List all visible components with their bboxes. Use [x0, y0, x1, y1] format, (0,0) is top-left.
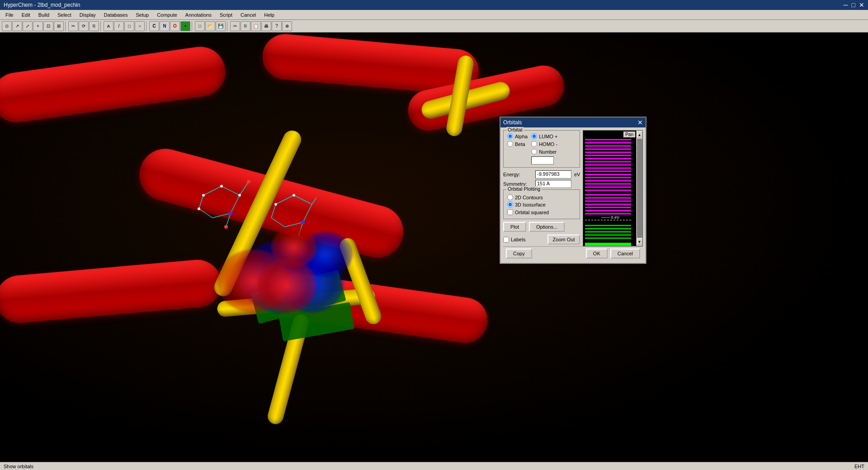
menu-setup[interactable]: Setup — [132, 11, 152, 19]
toolbar-btn-text-a[interactable]: A — [104, 21, 113, 31]
ok-cancel-group: OK Cancel — [586, 249, 640, 258]
maximize-button[interactable]: □ — [852, 1, 855, 9]
svg-point-138 — [301, 221, 305, 224]
toolbar-btn-help[interactable]: ? — [272, 21, 282, 31]
statusbar: Show orbitals EHT — [0, 462, 868, 470]
scroll-up-button[interactable]: ▲ — [637, 132, 642, 138]
toolbar-btn-c[interactable]: C — [149, 21, 159, 31]
menu-script[interactable]: Script — [216, 11, 236, 19]
energy-unit: eV — [574, 172, 580, 177]
orbital-content: Alpha Beta LUMO + — [507, 133, 576, 164]
orbital-type-group: LUMO + HOMO - Number 0 — [531, 133, 557, 164]
orbital-section: Orbital Alpha Beta — [503, 130, 580, 168]
scroll-thumb[interactable] — [637, 139, 642, 238]
menu-compute[interactable]: Compute — [153, 11, 181, 19]
toolbar-btn-3[interactable]: ⤢ — [23, 21, 33, 31]
beta-radio[interactable] — [507, 141, 513, 147]
toolbar-btn-6[interactable]: ⊞ — [54, 21, 64, 31]
svg-point-125 — [224, 225, 228, 229]
beta-label: Beta — [515, 141, 525, 147]
labels-zoomout-row: Labels Zoom Out — [503, 235, 580, 244]
svg-line-132 — [285, 222, 303, 227]
svg-point-124 — [247, 180, 250, 183]
toolbar-btn-open[interactable]: 📂 — [205, 21, 215, 31]
toolbar-btn-7[interactable]: ✂ — [68, 21, 78, 31]
plot-button[interactable]: Plot — [503, 222, 526, 232]
svg-point-122 — [238, 194, 241, 197]
svg-line-128 — [294, 195, 312, 204]
toolbar-btn-rect[interactable]: □ — [124, 21, 134, 31]
dialog-main-area: Orbital Alpha Beta — [503, 130, 643, 246]
ok-button[interactable]: OK — [586, 249, 608, 258]
toolbar-btn-2[interactable]: ↗ — [12, 21, 22, 31]
isosurface-radio[interactable] — [507, 202, 513, 207]
svg-line-130 — [271, 204, 276, 218]
toolbar-btn-extra[interactable]: ⊕ — [282, 21, 292, 31]
menu-databases[interactable]: Databases — [100, 11, 132, 19]
toolbar-btn-new[interactable]: □ — [195, 21, 205, 31]
svg-point-123 — [198, 207, 200, 210]
svg-line-119 — [226, 213, 231, 227]
viewport[interactable] — [0, 33, 868, 462]
toolbar: ⊙ ↗ ⤢ + ⊡ ⊞ ✂ ⟳ ⎘ A / □ ○ C N O • □ 📂 💾 … — [0, 20, 868, 33]
orbital-plotting-label: Orbital Plotting — [506, 186, 542, 192]
toolbar-btn-cut[interactable]: ✂ — [230, 21, 240, 31]
toolbar-btn-save[interactable]: 💾 — [216, 21, 226, 31]
lumo-radio[interactable] — [531, 133, 537, 139]
homo-radio[interactable] — [531, 141, 537, 147]
toolbar-btn-9[interactable]: ⎘ — [89, 21, 99, 31]
options-button[interactable]: Options... — [529, 222, 565, 232]
chart-scrollbar[interactable]: ▲ ▼ — [636, 131, 642, 246]
menu-file[interactable]: File — [2, 11, 17, 19]
svg-line-112 — [203, 186, 222, 195]
toolbar-btn-dot[interactable]: • — [180, 21, 190, 31]
dialog-body: Orbital Alpha Beta — [500, 127, 646, 263]
contours-label: 2D Contours — [515, 195, 543, 200]
menu-cancel[interactable]: Cancel — [237, 11, 259, 19]
toolbar-btn-8[interactable]: ⟳ — [79, 21, 89, 31]
plot-type-group: 2D Contours 3D Isosurface — [507, 194, 576, 207]
svg-rect-170 — [585, 243, 631, 246]
svg-line-118 — [231, 195, 240, 213]
window-controls[interactable]: ─ □ ✕ — [844, 1, 864, 9]
toolbar-btn-5[interactable]: ⊡ — [43, 21, 53, 31]
window-title: HyperChem - 2lbd_mod_pechin — [4, 2, 80, 8]
toolbar-btn-n[interactable]: N — [160, 21, 170, 31]
labels-checkbox[interactable] — [503, 237, 509, 243]
orbital-red-3 — [271, 227, 316, 268]
scroll-down-button[interactable]: ▼ — [637, 239, 642, 245]
toolbar-btn-line[interactable]: / — [114, 21, 124, 31]
labels-label: Labels — [511, 237, 525, 242]
toolbar-separator-3 — [146, 21, 148, 31]
copy-button[interactable]: Copy — [506, 249, 532, 258]
toolbar-btn-print[interactable]: 🖶 — [261, 21, 271, 31]
menu-help[interactable]: Help — [260, 11, 278, 19]
plot-options-row: Plot Options... — [503, 222, 580, 232]
orbital-number-input[interactable]: 0 — [531, 156, 554, 164]
toolbar-btn-paste[interactable]: 📋 — [251, 21, 261, 31]
dialog-close-button[interactable]: ✕ — [637, 119, 643, 126]
menu-annotations[interactable]: Annotations — [182, 11, 215, 19]
alpha-radio[interactable] — [507, 133, 513, 139]
menu-select[interactable]: Select — [54, 11, 75, 19]
lumo-label: LUMO + — [539, 134, 557, 139]
cancel-button[interactable]: Cancel — [610, 249, 640, 258]
toolbar-btn-1[interactable]: ⊙ — [2, 21, 12, 31]
labels-row: Labels — [503, 237, 525, 243]
menu-display[interactable]: Display — [76, 11, 99, 19]
number-label: Number — [539, 149, 557, 155]
toolbar-btn-o[interactable]: O — [170, 21, 180, 31]
svg-line-116 — [199, 209, 212, 218]
menu-build[interactable]: Build — [35, 11, 53, 19]
toolbar-btn-circ[interactable]: ○ — [135, 21, 145, 31]
menu-edit[interactable]: Edit — [18, 11, 34, 19]
svg-point-135 — [292, 194, 295, 197]
toolbar-btn-copy[interactable]: ⎘ — [241, 21, 250, 31]
zoom-out-button[interactable]: Zoom Out — [547, 235, 580, 244]
toolbar-btn-4[interactable]: + — [33, 21, 43, 31]
close-button[interactable]: ✕ — [859, 1, 864, 9]
contours-radio[interactable] — [507, 194, 513, 200]
minimize-button[interactable]: ─ — [844, 1, 848, 9]
orbital-squared-checkbox[interactable] — [507, 209, 513, 215]
number-radio[interactable] — [531, 149, 537, 155]
